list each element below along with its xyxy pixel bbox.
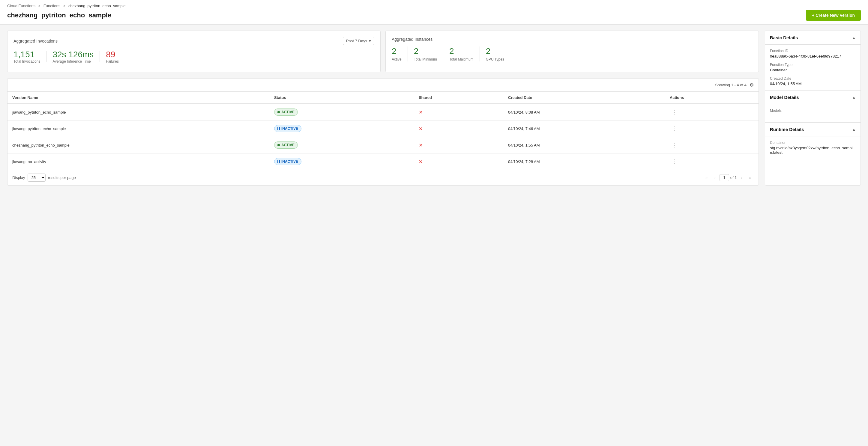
create-new-version-button[interactable]: + Create New Version (806, 10, 861, 21)
function-type-label: Function Type (770, 63, 856, 67)
breadcrumb-sep-1: > (38, 4, 41, 8)
header-row: chezhang_pytriton_echo_sample + Create N… (7, 10, 861, 21)
runtime-details-section-header[interactable]: Runtime Details ▲ (765, 123, 861, 136)
next-page-button[interactable]: › (738, 174, 745, 182)
table-head: Version Name Status Shared Created Date … (7, 92, 758, 104)
right-panel: Basic Details ▲ Function ID 0ea888a0-6a3… (765, 31, 861, 186)
last-page-button[interactable]: » (746, 174, 754, 182)
chevron-down-icon: ▾ (369, 39, 371, 43)
basic-details-body: Function ID 0ea888a0-6a34-4f0b-81ef-6eef… (765, 45, 861, 91)
runtime-details-body: Container stg.nvcr.io/ax3ysqem02xw/pytri… (765, 136, 861, 159)
row-1-actions-button[interactable]: ⋮ (670, 125, 680, 132)
container-value: stg.nvcr.io/ax3ysqem02xw/pytriton_echo_s… (770, 146, 856, 155)
models-label: Models (770, 108, 856, 113)
display-label: Display (12, 176, 25, 180)
invocations-title: Aggregated Invocations Past 7 Days ▾ (13, 37, 374, 45)
row-1-status: INACTIVE (269, 121, 414, 137)
gpu-types-group: 2 GPU Types (486, 46, 504, 61)
invocations-values: 1,151 Total Invocations 32s 126ms Averag… (13, 50, 374, 64)
col-version-name: Version Name (7, 92, 269, 104)
failures-label: Failures (106, 59, 119, 64)
col-created-date: Created Date (503, 92, 665, 104)
status-badge: ACTIVE (274, 108, 298, 116)
pagination-controls: « ‹ of 1 › » (703, 174, 754, 182)
not-shared-icon: ✕ (419, 159, 423, 164)
created-date-value: 04/10/24, 1:55 AM (770, 82, 856, 86)
runtime-details-title: Runtime Details (770, 127, 804, 132)
table-row: chezhang_pytriton_echo_sample ACTIVE✕04/… (7, 137, 758, 154)
col-status: Status (269, 92, 414, 104)
not-shared-icon: ✕ (419, 126, 423, 131)
instances-values: 2 Active 2 Total Minimum 2 Total Maximum… (392, 46, 752, 61)
row-2-actions: ⋮ (665, 137, 758, 154)
basic-details-section-header[interactable]: Basic Details ▲ (765, 31, 861, 45)
first-page-button[interactable]: « (703, 174, 710, 182)
breadcrumb-current: chezhang_pytriton_echo_sample (68, 4, 126, 8)
versions-table: Version Name Status Shared Created Date … (7, 92, 758, 170)
model-details-title: Model Details (770, 95, 799, 100)
model-details-section-header[interactable]: Model Details ▲ (765, 91, 861, 104)
row-0-actions-button[interactable]: ⋮ (670, 108, 680, 116)
col-actions: Actions (665, 92, 758, 104)
per-page-select[interactable]: 25 50 100 (28, 173, 45, 182)
header: Cloud Functions > Functions > chezhang_p… (0, 0, 868, 25)
date-filter[interactable]: Past 7 Days ▾ (343, 37, 374, 45)
breadcrumb-cloud-functions[interactable]: Cloud Functions (7, 4, 35, 8)
row-0-actions: ⋮ (665, 104, 758, 121)
table-section: Showing 1 - 4 of 4 ⚙ Version Name Status… (7, 78, 759, 186)
total-invocations-group: 1,151 Total Invocations (13, 50, 40, 64)
table-row: jiawang_pytriton_echo_sample INACTIVE✕04… (7, 121, 758, 137)
avg-time-value: 32s 126ms (53, 50, 94, 59)
results-per-page-label: results per page (48, 176, 76, 180)
row-3-actions: ⋮ (665, 154, 758, 170)
row-3-status: INACTIVE (269, 154, 414, 170)
avg-time-label: Average Inference Time (53, 59, 94, 64)
function-id-value: 0ea888a0-6a34-4f0b-81ef-6eef9d978217 (770, 54, 856, 59)
failures-value: 89 (106, 50, 119, 59)
total-min-label: Total Minimum (414, 57, 437, 61)
table-row: jiawang_no_activity INACTIVE✕04/10/24, 7… (7, 154, 758, 170)
prev-page-button[interactable]: ‹ (711, 174, 718, 182)
total-max-group: 2 Total Maximum (449, 46, 480, 61)
table-body: jiawang_pytriton_echo_sample ACTIVE✕04/1… (7, 104, 758, 170)
avg-time-group: 32s 126ms Average Inference Time (53, 50, 94, 64)
row-0-status: ACTIVE (269, 104, 414, 121)
row-0-name: jiawang_pytriton_echo_sample (7, 104, 269, 121)
model-details-body: Models – (765, 104, 861, 123)
container-field: Container stg.nvcr.io/ax3ysqem02xw/pytri… (770, 140, 856, 155)
active-label: Active (392, 57, 402, 61)
row-2-actions-button[interactable]: ⋮ (670, 141, 680, 149)
runtime-details-chevron-icon: ▲ (852, 127, 856, 132)
page-input[interactable] (719, 174, 729, 181)
row-1-created-date: 04/10/24, 7:46 AM (503, 121, 665, 137)
status-badge: INACTIVE (274, 125, 302, 132)
models-field: Models – (770, 108, 856, 118)
row-2-status: ACTIVE (269, 137, 414, 154)
row-2-created-date: 04/10/24, 1:55 AM (503, 137, 665, 154)
col-shared: Shared (414, 92, 503, 104)
left-panel: Aggregated Invocations Past 7 Days ▾ 1,1… (7, 31, 759, 186)
basic-details-chevron-icon: ▲ (852, 36, 856, 40)
created-date-label: Created Date (770, 76, 856, 81)
function-type-value: Container (770, 68, 856, 72)
row-3-name: jiawang_no_activity (7, 154, 269, 170)
total-min-value: 2 (414, 46, 437, 56)
main-content: Aggregated Invocations Past 7 Days ▾ 1,1… (0, 25, 868, 192)
breadcrumb-functions[interactable]: Functions (43, 4, 60, 8)
row-0-created-date: 04/10/24, 8:08 AM (503, 104, 665, 121)
row-3-created-date: 04/10/24, 7:28 AM (503, 154, 665, 170)
row-2-name: chezhang_pytriton_echo_sample (7, 137, 269, 154)
total-max-label: Total Maximum (449, 57, 473, 61)
gpu-types-label: GPU Types (486, 57, 504, 61)
row-3-actions-button[interactable]: ⋮ (670, 158, 680, 165)
gear-button[interactable]: ⚙ (749, 82, 754, 88)
active-group: 2 Active (392, 46, 408, 61)
invocations-title-text: Aggregated Invocations (13, 39, 58, 43)
instances-title-text: Aggregated Instances (392, 37, 433, 42)
function-id-field: Function ID 0ea888a0-6a34-4f0b-81ef-6eef… (770, 49, 856, 59)
not-shared-icon: ✕ (419, 110, 423, 115)
active-value: 2 (392, 46, 402, 56)
total-invocations-label: Total Invocations (13, 59, 40, 64)
table-row: jiawang_pytriton_echo_sample ACTIVE✕04/1… (7, 104, 758, 121)
instances-card: Aggregated Instances 2 Active 2 Total Mi… (385, 31, 759, 72)
